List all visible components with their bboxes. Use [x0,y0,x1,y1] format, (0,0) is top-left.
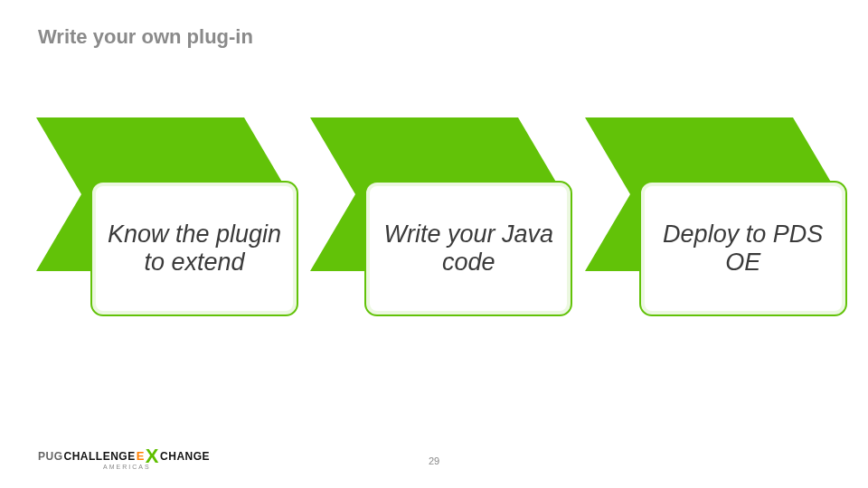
step-label: Write your Java code [381,221,556,277]
logo-main: PUG CHALLENGE E X CHANGE [38,448,210,463]
process-flow: Know the plugin to extend Write your Jav… [36,117,832,325]
slide: Write your own plug-in Know the plugin t… [0,0,868,488]
step-label: Know the plugin to extend [107,221,282,277]
logo-text-e: E [137,449,145,463]
flow-step-2: Write your Java code [310,117,557,325]
step-card: Know the plugin to extend [90,181,298,316]
flow-step-3: Deploy to PDS OE [585,117,832,325]
logo-text-challenge: CHALLENGE [64,450,136,463]
logo-subtext: AMERICAS [38,464,210,470]
step-card: Deploy to PDS OE [639,181,847,316]
slide-title: Write your own plug-in [38,25,253,49]
logo-text-x: X [146,451,159,461]
page-number: 29 [429,455,439,466]
footer-logo: PUG CHALLENGE E X CHANGE AMERICAS [38,448,210,470]
logo-text-pug: PUG [38,450,63,463]
flow-step-1: Know the plugin to extend [36,117,283,325]
step-label: Deploy to PDS OE [656,221,831,277]
logo-text-change: CHANGE [160,450,210,463]
step-card: Write your Java code [364,181,572,316]
